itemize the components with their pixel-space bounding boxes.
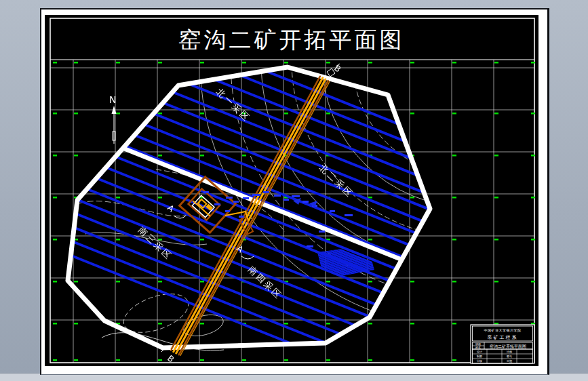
map-title: 窑沟二矿开拓平面图 <box>179 26 405 53</box>
drawing-canvas[interactable]: 窑沟二矿开拓平面图 <box>45 15 538 366</box>
coordinate-grid <box>50 60 534 363</box>
title-block-student: 姓名 <box>475 346 481 349</box>
title-block-drawing-name: 窑沟二矿开拓平面图 <box>490 344 526 349</box>
title-block-org2: 采矿工程系 <box>488 335 518 340</box>
tb-row1-left: 设计 <box>477 350 482 353</box>
cad-plan-svg: 窑沟二矿开拓平面图 <box>45 15 538 366</box>
tb-row3-left: 审核 <box>477 359 482 363</box>
tb-row2-right: 图号 <box>507 355 512 358</box>
district-south4: 南四采区 <box>246 264 284 301</box>
section-b-top: B <box>332 63 342 74</box>
title-block: 中国矿业大学银川学院 采矿工程系 班级 姓名 窑沟二矿开拓平面图 设计 比例 制… <box>471 325 534 363</box>
goaf-hatch-block <box>298 233 387 292</box>
title-block-org1: 中国矿业大学银川学院 <box>484 328 522 333</box>
north-label: N <box>109 94 116 105</box>
tb-row3-right: 日期 <box>507 359 512 363</box>
drawing-page: 窑沟二矿开拓平面图 <box>40 8 549 375</box>
